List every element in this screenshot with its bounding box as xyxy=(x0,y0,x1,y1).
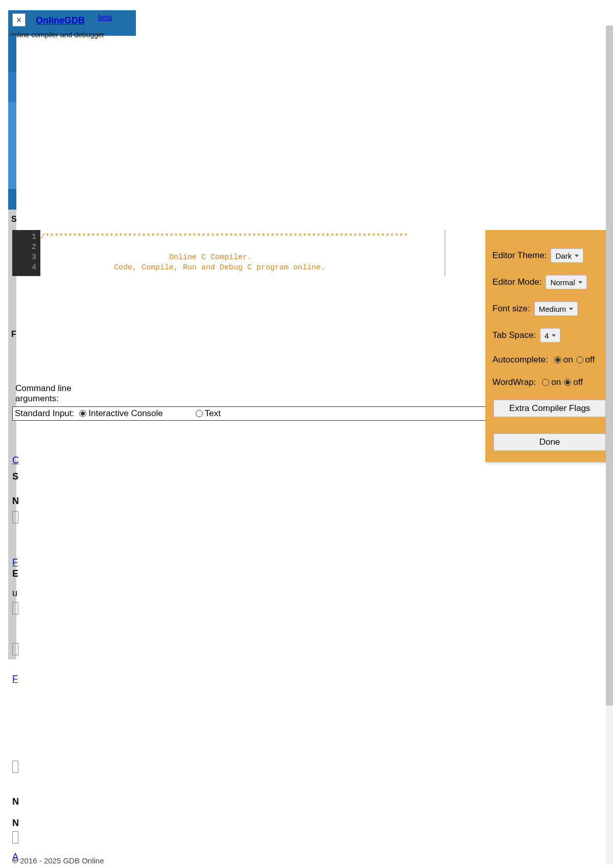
autocomplete-off-radio[interactable] xyxy=(576,356,583,363)
chevron-down-icon xyxy=(552,334,556,337)
autocomplete-on-radio[interactable] xyxy=(554,356,561,363)
stdin-label: Standard Input: xyxy=(15,408,74,419)
wordwrap-off-radio[interactable] xyxy=(564,379,571,386)
stub-link-f[interactable]: F xyxy=(12,557,18,568)
settings-panel: Editor Theme: Dark Editor Mode: Normal F… xyxy=(485,230,613,462)
line-number: 1 xyxy=(12,232,36,242)
stub-label-e: E xyxy=(12,568,18,579)
font-size-dropdown[interactable]: Medium xyxy=(534,302,578,316)
wordwrap-on-label: on xyxy=(551,377,561,387)
autocomplete-label: Autocomplete: xyxy=(492,355,548,365)
wordwrap-on-radio[interactable] xyxy=(542,379,549,386)
stub-link-f2[interactable]: F xyxy=(12,674,18,684)
stdin-interactive-radio[interactable] xyxy=(79,410,86,417)
footer-copyright: © 2016 - 2025 GDB Online xyxy=(12,856,104,865)
stdin-text-radio[interactable] xyxy=(196,410,203,417)
tagline: online compiler and debugger xyxy=(10,31,104,39)
autocomplete-on-label: on xyxy=(563,355,573,365)
stub-label-n: N xyxy=(12,496,19,507)
stub-label-s: S xyxy=(11,215,17,224)
extra-compiler-flags-button[interactable]: Extra Compiler Flags xyxy=(493,400,606,417)
chevron-down-icon xyxy=(578,281,582,284)
code-editor[interactable]: 1 2 3 4 /*******************************… xyxy=(12,230,482,276)
stub-label-s2: S xyxy=(12,471,18,482)
editor-mode-dropdown[interactable]: Normal xyxy=(546,275,586,289)
done-button[interactable]: Done xyxy=(493,433,606,451)
stub-input[interactable] xyxy=(12,511,18,523)
tab-space-label: Tab Space: xyxy=(492,330,536,340)
chevron-down-icon xyxy=(575,255,579,257)
editor-theme-dropdown[interactable]: Dark xyxy=(551,248,583,263)
line-number: 4 xyxy=(12,263,36,273)
stub-label-u: u xyxy=(12,588,17,599)
stub-input[interactable] xyxy=(12,831,18,843)
line-number: 3 xyxy=(12,253,36,263)
stub-input[interactable] xyxy=(12,761,18,773)
logo-link[interactable]: OnlineGDB xyxy=(36,15,85,26)
stub-label-n2: N xyxy=(12,796,19,807)
scrollbar-thumb[interactable] xyxy=(606,26,613,705)
code-content[interactable]: /***************************************… xyxy=(40,230,482,276)
stub-label-f: F xyxy=(11,330,16,339)
cmdline-label: Command line arguments: xyxy=(15,383,102,404)
editor-ruler xyxy=(444,230,445,276)
line-number: 2 xyxy=(12,242,36,253)
stub-link-c[interactable]: C xyxy=(12,455,19,466)
editor-gutter: 1 2 3 4 xyxy=(12,230,40,276)
stub-input[interactable] xyxy=(12,643,18,655)
font-size-label: Font size: xyxy=(492,304,530,314)
stub-label-n3: N xyxy=(12,818,19,829)
tab-space-dropdown[interactable]: 4 xyxy=(540,328,560,342)
autocomplete-off-label: off xyxy=(585,355,595,365)
beta-link[interactable]: beta xyxy=(98,13,112,21)
stdin-interactive-label: Interactive Console xyxy=(88,408,163,419)
wordwrap-off-label: off xyxy=(573,377,583,387)
stub-input[interactable] xyxy=(12,602,18,614)
wordwrap-label: WordWrap: xyxy=(492,377,536,387)
close-icon[interactable]: × xyxy=(12,13,26,27)
chevron-down-icon xyxy=(569,308,573,310)
editor-mode-label: Editor Mode: xyxy=(492,277,541,287)
stdin-text-label: Text xyxy=(205,408,221,419)
editor-theme-label: Editor Theme: xyxy=(492,250,547,261)
